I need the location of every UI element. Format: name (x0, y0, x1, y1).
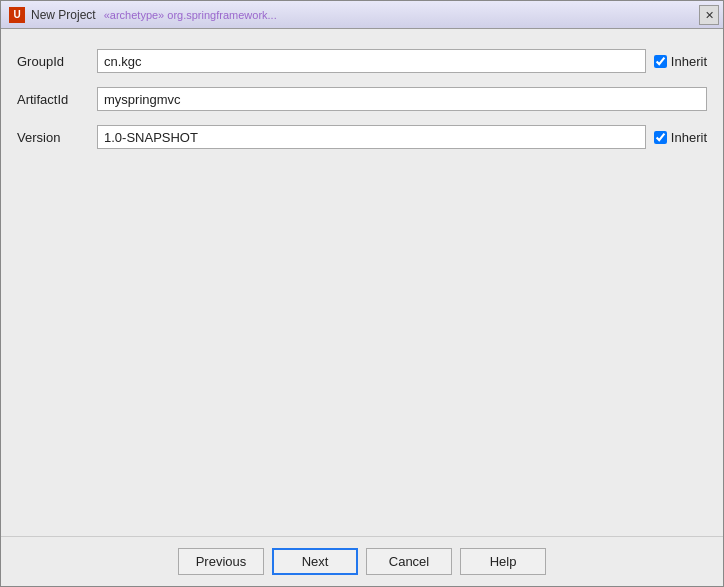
previous-button[interactable]: Previous (178, 548, 264, 575)
new-project-window: U New Project «archetype» org.springfram… (0, 0, 724, 587)
version-input[interactable] (97, 125, 646, 149)
artifact-id-label: ArtifactId (17, 92, 97, 107)
title-bar: U New Project «archetype» org.springfram… (1, 1, 723, 29)
window-title: New Project (31, 8, 96, 22)
artifact-id-row: ArtifactId (17, 87, 707, 111)
version-inherit-checkbox[interactable] (654, 131, 667, 144)
group-id-inherit[interactable]: Inherit (654, 54, 707, 69)
group-id-label: GroupId (17, 54, 97, 69)
version-row: Version Inherit (17, 125, 707, 149)
version-label: Version (17, 130, 97, 145)
group-id-row: GroupId Inherit (17, 49, 707, 73)
window-subtitle: «archetype» org.springframework... (104, 9, 277, 21)
version-inherit[interactable]: Inherit (654, 130, 707, 145)
cancel-button[interactable]: Cancel (366, 548, 452, 575)
group-id-inherit-checkbox[interactable] (654, 55, 667, 68)
help-button[interactable]: Help (460, 548, 546, 575)
content-area: GroupId Inherit ArtifactId Version Inher… (1, 29, 723, 536)
group-id-input[interactable] (97, 49, 646, 73)
button-bar: Previous Next Cancel Help (1, 536, 723, 586)
artifact-id-input[interactable] (97, 87, 707, 111)
app-icon: U (9, 7, 25, 23)
close-button[interactable]: ✕ (699, 5, 719, 25)
version-inherit-label: Inherit (671, 130, 707, 145)
content-spacer (17, 163, 707, 526)
group-id-inherit-label: Inherit (671, 54, 707, 69)
next-button[interactable]: Next (272, 548, 358, 575)
